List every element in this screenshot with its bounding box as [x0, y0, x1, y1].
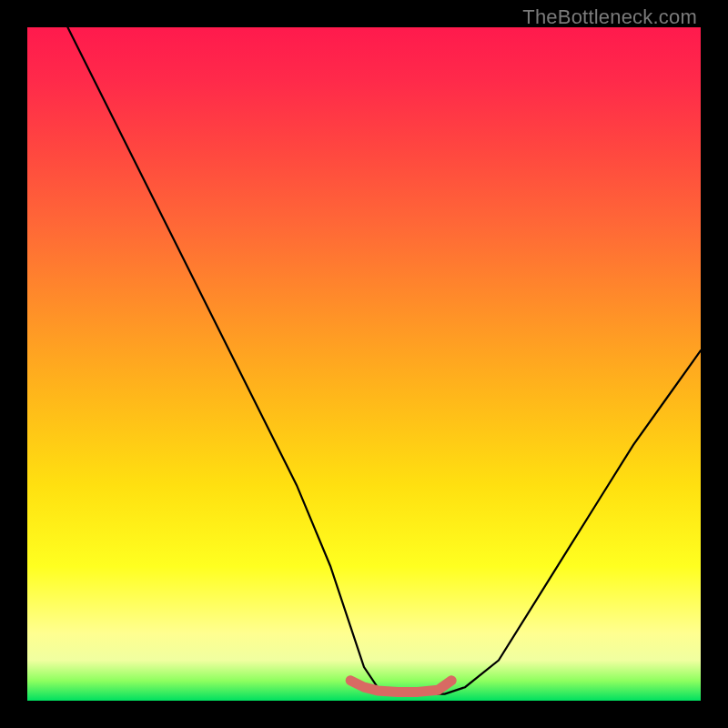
- bottleneck-curve-path: [67, 27, 701, 694]
- watermark-text: TheBottleneck.com: [522, 5, 697, 29]
- bottleneck-chart: [27, 27, 701, 701]
- flat-zone-marker-path: [350, 681, 451, 693]
